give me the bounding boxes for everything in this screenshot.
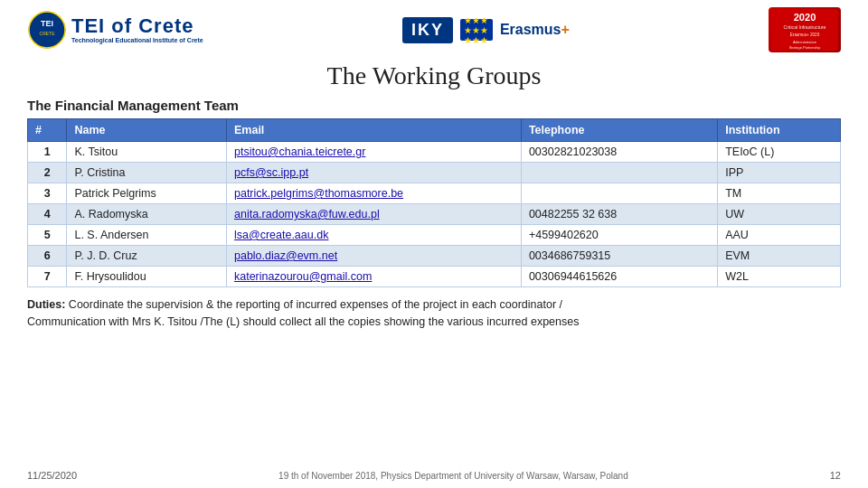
table-row: 2P. Cristinapcfs@sc.ipp.ptIPP: [28, 163, 841, 183]
center-logos: IKY ★★★★★★★★★ Erasmus+: [402, 17, 570, 43]
cell-num: 7: [28, 267, 67, 287]
email-link[interactable]: pablo.diaz@evm.net: [234, 249, 337, 262]
duties-line1: Duties: Coordinate the supervision & the…: [27, 296, 841, 314]
svg-text:CRETE: CRETE: [40, 31, 56, 36]
svg-text:Critical Infrastructure: Critical Infrastructure: [784, 24, 826, 30]
cell-email: ptsitou@chania.teicrete.gr: [226, 142, 521, 163]
cell-phone: [521, 183, 717, 204]
col-header-institution: Institution: [718, 119, 841, 142]
cell-institution: W2L: [718, 267, 841, 287]
svg-text:Erasmus+ 2020: Erasmus+ 2020: [790, 33, 820, 37]
erasmus-label: Erasmus+: [500, 22, 570, 38]
project-logo: 2020 Critical Infrastructure Erasmus+ 20…: [769, 7, 841, 52]
iky-label: IKY: [402, 17, 453, 43]
col-header-email: Email: [226, 119, 521, 142]
email-link[interactable]: patrick.pelgrims@thomasmore.be: [234, 187, 403, 200]
tei-name: TEI of Crete: [71, 15, 203, 37]
header: TEI CRETE TEI of Crete Technological Edu…: [27, 0, 841, 56]
email-link[interactable]: pcfs@sc.ipp.pt: [234, 166, 308, 179]
cell-institution: TM: [718, 183, 841, 204]
table-row: 6P. J. D. Cruzpablo.diaz@evm.net00346867…: [28, 246, 841, 267]
cell-name: P. J. D. Cruz: [67, 246, 227, 267]
cell-num: 4: [28, 204, 67, 225]
email-link[interactable]: anita.radomyska@fuw.edu.pl: [234, 208, 380, 221]
table-row: 7F. Hrysoulidoukaterinazourou@gmail.com0…: [28, 267, 841, 287]
tei-subtitle: Technological Educational Institute of C…: [71, 37, 203, 44]
svg-text:Strategic Partnership: Strategic Partnership: [789, 46, 820, 50]
table-row: 1K. Tsitouptsitou@chania.teicrete.gr0030…: [28, 142, 841, 163]
cell-institution: IPP: [718, 163, 841, 183]
cell-num: 2: [28, 163, 67, 183]
duties-section: Duties: Coordinate the supervision & the…: [27, 296, 841, 331]
cell-institution: TEIoC (L): [718, 142, 841, 163]
cell-phone: 00302821023038: [521, 142, 717, 163]
cell-email: pcfs@sc.ipp.pt: [226, 163, 521, 183]
email-link[interactable]: lsa@create.aau.dk: [234, 229, 328, 241]
col-header-name: Name: [67, 119, 227, 142]
svg-text:2020: 2020: [794, 12, 816, 23]
svg-text:TEI: TEI: [41, 19, 53, 28]
tei-text: TEI of Crete Technological Educational I…: [71, 15, 203, 44]
table-header-row: # Name Email Telephone Institution: [28, 119, 841, 142]
cell-name: P. Cristina: [67, 163, 227, 183]
cell-email: pablo.diaz@evm.net: [226, 246, 521, 267]
tei-logo-icon: TEI CRETE: [27, 10, 67, 50]
cell-phone: +4599402620: [521, 225, 717, 246]
cell-institution: AAU: [718, 225, 841, 246]
col-header-telephone: Telephone: [521, 119, 717, 142]
main-title: The Working Groups: [27, 61, 841, 90]
cell-name: F. Hrysoulidou: [67, 267, 227, 287]
cell-email: patrick.pelgrims@thomasmore.be: [226, 183, 521, 204]
bottom-page-number: 12: [830, 470, 841, 481]
bottom-bar: 11/25/2020 19 th of November 2018, Physi…: [27, 470, 841, 481]
table-row: 4A. Radomyskaanita.radomyska@fuw.edu.pl0…: [28, 204, 841, 225]
project-logo-graphic: 2020 Critical Infrastructure Erasmus+ 20…: [771, 7, 838, 52]
email-link[interactable]: ptsitou@chania.teicrete.gr: [234, 145, 365, 158]
duties-text-1: Coordinate the supervision & the reporti…: [69, 298, 562, 311]
duties-label: Duties:: [27, 298, 65, 311]
cell-email: anita.radomyska@fuw.edu.pl: [226, 204, 521, 225]
cell-name: K. Tsitou: [67, 142, 227, 163]
cell-institution: UW: [718, 204, 841, 225]
cell-phone: 00306944615626: [521, 267, 717, 287]
cell-num: 3: [28, 183, 67, 204]
svg-text:Administrative: Administrative: [793, 40, 817, 44]
cell-num: 5: [28, 225, 67, 246]
eu-flag-icon: ★★★★★★★★★: [460, 19, 493, 41]
section-title: The Financial Management Team: [27, 98, 841, 113]
table-row: 5L. S. Andersenlsa@create.aau.dk+4599402…: [28, 225, 841, 246]
cell-phone: 00482255 32 638: [521, 204, 717, 225]
tei-logo: TEI CRETE TEI of Crete Technological Edu…: [27, 10, 203, 50]
bottom-venue: 19 th of November 2018, Physics Departme…: [278, 471, 628, 481]
bottom-date: 11/25/2020: [27, 470, 77, 481]
cell-phone: 0034686759315: [521, 246, 717, 267]
email-link[interactable]: katerinazourou@gmail.com: [234, 270, 372, 283]
cell-num: 1: [28, 142, 67, 163]
table-row: 3Patrick Pelgrimspatrick.pelgrims@thomas…: [28, 183, 841, 204]
cell-email: lsa@create.aau.dk: [226, 225, 521, 246]
team-table: # Name Email Telephone Institution 1K. T…: [27, 118, 841, 287]
duties-line2: Communication with Mrs K. Tsitou /The (L…: [27, 314, 841, 331]
erasmus-plus-sign: +: [561, 22, 569, 37]
cell-email: katerinazourou@gmail.com: [226, 267, 521, 287]
cell-num: 6: [28, 246, 67, 267]
cell-name: L. S. Andersen: [67, 225, 227, 246]
cell-name: Patrick Pelgrims: [67, 183, 227, 204]
col-header-num: #: [28, 119, 67, 142]
cell-institution: EVM: [718, 246, 841, 267]
page: TEI CRETE TEI of Crete Technological Edu…: [0, 0, 868, 488]
cell-name: A. Radomyska: [67, 204, 227, 225]
cell-phone: [521, 163, 717, 183]
